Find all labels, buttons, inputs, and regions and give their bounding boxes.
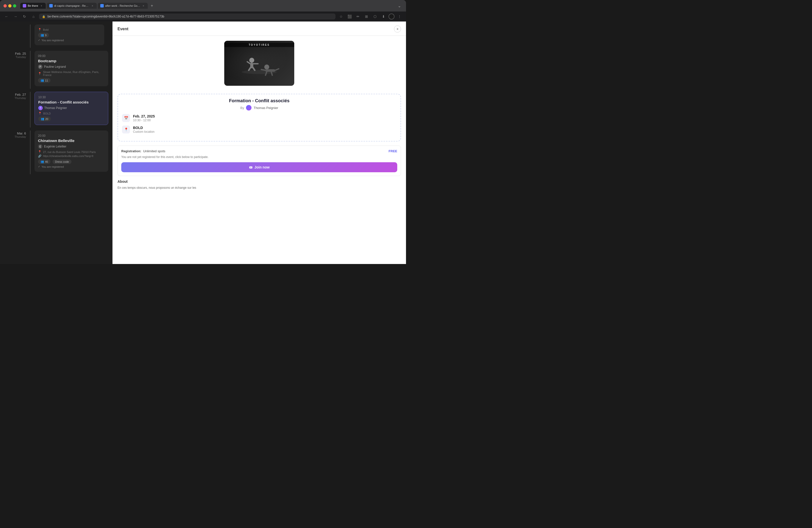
tab-google1-label: di caprio champagne - Reche...	[54, 4, 89, 7]
date-column-mar6: Mar. 6 Thursday	[0, 131, 30, 174]
event-host: T Thomas Peignier	[38, 106, 104, 110]
extensions-button[interactable]: ⬡	[372, 13, 378, 20]
event-location: 📍 BOLD	[38, 112, 104, 115]
svg-rect-8	[265, 69, 275, 72]
address-text: be-there.co/events?state=upcoming&eventI…	[47, 15, 164, 18]
edit-button[interactable]: ✏	[354, 13, 362, 20]
close-window-button[interactable]	[3, 4, 7, 8]
event-time: 09:00	[38, 54, 105, 58]
event-detail-card: Formation - Conflit associés By Thomas P…	[117, 94, 401, 142]
events-for-date-feb27: 10:30 Formation - Conflit associés T Tho…	[34, 92, 112, 128]
tab-bethere-label: Be there	[28, 4, 38, 7]
new-tab-button[interactable]: +	[149, 2, 155, 9]
svg-line-10	[275, 69, 279, 70]
avatar: T	[38, 106, 43, 110]
detail-date-text: Feb. 27, 2025 10:30 - 12:00	[133, 114, 396, 122]
download-button[interactable]: ⬇	[380, 13, 387, 20]
event-group-mar6: Mar. 6 Thursday 20:00 Chinatown Bellevil…	[0, 131, 112, 174]
list-item[interactable]: 📍 Bold 👥 9 ✓ You are registered	[34, 25, 104, 45]
screen-cast-button[interactable]: ⬛	[346, 13, 353, 20]
tabs-bar: Be there × di caprio champagne - Reche..…	[20, 2, 403, 9]
maximize-window-button[interactable]	[13, 4, 16, 8]
svg-line-3	[249, 66, 252, 70]
registered-badge: ✓ You are registered	[38, 39, 101, 42]
calendar-icon: 📅	[122, 114, 130, 122]
attendees-pill: 👥 9	[38, 33, 49, 38]
registration-price: FREE	[389, 149, 397, 153]
lock-icon: 🔒	[42, 15, 45, 18]
event-tags: 👥 46 Dress code	[38, 159, 105, 164]
event-host: E Eugénie Letellier	[38, 144, 105, 149]
tab-google1-close[interactable]: ×	[91, 4, 94, 8]
tab-google2[interactable]: after work - Recherche Goog... ×	[98, 3, 148, 9]
list-item[interactable]: 20:00 Chinatown Belleville E Eugénie Let…	[34, 131, 108, 172]
forward-button[interactable]: →	[12, 13, 19, 20]
ticket-icon: 🎟	[249, 165, 252, 169]
join-now-button[interactable]: 🎟 Join now	[121, 162, 397, 172]
registered-badge: ✓ You are registered	[38, 165, 105, 168]
tab-google2-close[interactable]: ×	[142, 4, 145, 8]
refresh-button[interactable]: ↻	[21, 13, 28, 20]
detail-panel-title: Event	[117, 27, 129, 31]
about-text: En ces temps obscurs, nous proposons un …	[117, 186, 401, 190]
list-item[interactable]: 10:30 Formation - Conflit associés T Tho…	[34, 92, 108, 125]
registration-header: Registration: Unlimited spots FREE	[121, 149, 397, 153]
svg-line-11	[265, 72, 267, 75]
tab-bethere[interactable]: Be there ×	[20, 3, 46, 9]
event-title: Formation - Conflit associés	[38, 100, 104, 104]
content-area: 📍 Bold 👥 9 ✓ You are registered	[0, 21, 406, 264]
tab-list-button[interactable]: ⌄	[396, 2, 403, 9]
svg-rect-2	[250, 63, 253, 68]
list-item[interactable]: 09:00 Bootcamp P Pauline Legrand 📍 Slowe…	[34, 51, 108, 86]
detail-event-name: Formation - Conflit associés	[122, 98, 396, 103]
date-column-feb27: Feb. 27 Thursday	[0, 92, 30, 128]
tab-google2-label: after work - Recherche Goog...	[105, 4, 140, 7]
event-website: 🔗 https://chinatownbelleville.eatbu.com/…	[38, 155, 105, 158]
tab-google1[interactable]: di caprio champagne - Reche... ×	[47, 3, 97, 9]
minimize-window-button[interactable]	[8, 4, 12, 8]
event-title: Chinatown Belleville	[38, 138, 105, 143]
svg-point-1	[249, 58, 254, 63]
avatar: P	[38, 64, 43, 69]
profile-button[interactable]	[389, 14, 394, 19]
event-time: 10:30	[38, 96, 104, 99]
svg-line-12	[271, 72, 272, 75]
event-tags: 👥 20	[38, 117, 104, 121]
detail-date-row: 📅 Feb. 27, 2025 10:30 - 12:00	[122, 114, 396, 122]
menu-button[interactable]: ⋮	[396, 13, 403, 20]
event-group-feb27: Feb. 27 Thursday 10:30 Formation - Confl…	[0, 92, 112, 128]
detail-location-text: BOLD Custom location	[133, 126, 396, 133]
registration-section: Registration: Unlimited spots FREE You a…	[117, 146, 401, 176]
detail-close-button[interactable]: ×	[394, 26, 401, 32]
detail-location-primary: BOLD	[133, 126, 396, 130]
about-title: About	[117, 179, 401, 184]
event-hero-image: TOYOTIRES	[224, 41, 294, 86]
event-location: 📍 27, rue du Buisson Saint Louis 75010 P…	[38, 150, 105, 153]
avatar	[246, 105, 251, 111]
address-bar-row: ← → ↻ ⌂ 🔒 be-there.co/events?state=upcom…	[0, 12, 406, 21]
traffic-lights	[3, 4, 16, 8]
detail-host-name: Thomas Peignier	[253, 106, 278, 110]
address-bar[interactable]: 🔒 be-there.co/events?state=upcoming&even…	[39, 14, 335, 19]
back-button[interactable]: ←	[3, 13, 10, 20]
svg-point-0	[242, 70, 277, 74]
location-icon: 📍	[122, 126, 130, 133]
detail-host-row: By Thomas Peignier	[122, 105, 396, 111]
registration-label: Registration: Unlimited spots	[121, 149, 165, 153]
events-for-date-mar6: 20:00 Chinatown Belleville E Eugénie Let…	[34, 131, 112, 174]
tab-bethere-close[interactable]: ×	[40, 4, 43, 8]
dress-code-pill: Dress code	[53, 160, 72, 164]
bethere-favicon-icon	[23, 4, 26, 8]
home-button[interactable]: ⌂	[30, 13, 37, 20]
event-location: 📍 Slowe Wellness House, Rue d'Enghien, P…	[38, 71, 105, 76]
registration-description: You are not yet registered for this even…	[121, 155, 397, 159]
detail-header: Event ×	[113, 21, 406, 36]
titlebar: Be there × di caprio champagne - Reche..…	[0, 0, 406, 12]
attendees-pill: 👥 11	[38, 78, 50, 83]
translate-button[interactable]: ⊞	[363, 13, 370, 20]
svg-line-5	[247, 62, 250, 64]
event-host: P Pauline Legrand	[38, 64, 105, 69]
google1-favicon-icon	[49, 4, 53, 8]
attendees-pill: 👥 46	[38, 159, 50, 164]
bookmark-button[interactable]: ☆	[337, 13, 345, 20]
